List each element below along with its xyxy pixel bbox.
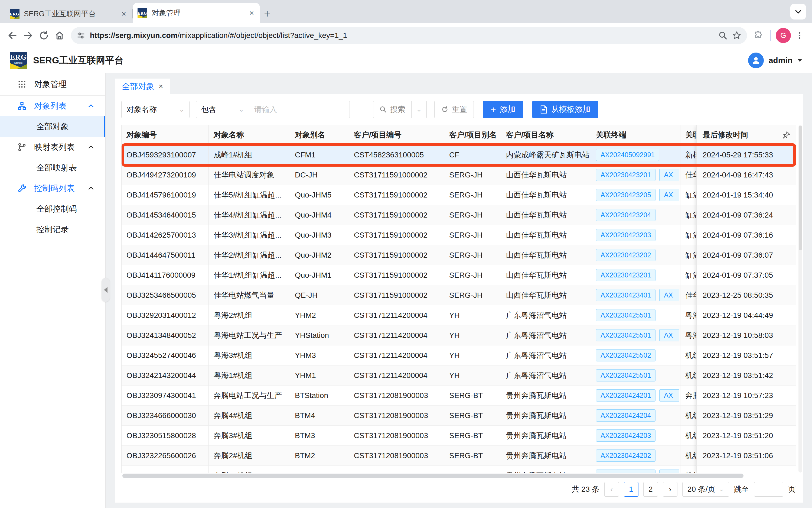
table-row[interactable]: OBJ4145796100019佳华5#机组缸温超...Quo-JHM5CST3… — [122, 185, 796, 205]
new-tab-button[interactable]: + — [260, 6, 275, 21]
pushpin-icon[interactable] — [782, 131, 791, 139]
tab-close-icon[interactable]: × — [159, 82, 163, 91]
table-row[interactable]: OBJ3235565000024奔腾1#机组BTM1CST31712081900… — [122, 466, 796, 473]
table-row[interactable]: OBJ4144647500011佳华2#机组缸温超...Quo-JHM2CST3… — [122, 245, 796, 265]
terminal-tag-truncated[interactable]: AX — [659, 389, 679, 401]
reload-button[interactable] — [37, 29, 51, 43]
terminal-tag[interactable]: AX20230424201 — [596, 389, 656, 401]
tab-close-icon[interactable]: × — [121, 10, 126, 18]
table-cell-last-modified: 2023-12-19 10:57:23 — [697, 386, 796, 406]
terminal-tag-truncated[interactable]: AX — [659, 169, 679, 181]
sidebar-collapse-handle[interactable] — [101, 278, 110, 302]
table-cell-last-modified: 2024-01-19 15:34:40 — [697, 185, 796, 205]
pagination-page-2[interactable]: 2 — [643, 482, 658, 497]
pagination-page-1[interactable]: 1 — [624, 482, 638, 497]
extensions-icon[interactable] — [751, 29, 765, 43]
vertical-scrollbar-thumb[interactable] — [799, 126, 802, 250]
terminal-tag[interactable]: AX20230425501 — [596, 369, 656, 381]
sidebar-module-object-management[interactable]: 对象管理 — [0, 73, 105, 95]
terminal-tag[interactable]: AX20230424204 — [596, 409, 656, 422]
terminal-tag[interactable]: AX20230423201 — [596, 169, 656, 181]
add-button[interactable]: + 添加 — [483, 101, 523, 118]
search-button[interactable]: 搜索 — [373, 101, 412, 118]
terminal-tag[interactable]: AX20230423204 — [596, 209, 656, 221]
terminal-tag[interactable]: AX20230423202 — [596, 249, 656, 261]
table-row[interactable]: OBJ3292031400012粤海2#机组YHM2CST31712114200… — [122, 305, 796, 325]
tab-close-icon[interactable]: × — [249, 9, 254, 17]
url-text[interactable]: https://serg.mixyun.com/mixapplication/#… — [90, 31, 714, 40]
add-from-template-button[interactable]: 从模板添加 — [532, 101, 598, 118]
terminal-tag[interactable]: AX20230424301 — [596, 469, 656, 473]
sidebar-item-all-objects[interactable]: 全部对象 — [0, 116, 105, 137]
browser-profile-avatar[interactable]: G — [776, 28, 791, 43]
table-row[interactable]: OBJ3242143200044粤海1#机组YHM1CST31712114200… — [122, 366, 796, 386]
browser-tab-title: 对象管理 — [152, 8, 245, 18]
reset-button[interactable]: 重置 — [434, 101, 474, 118]
back-button[interactable] — [5, 29, 19, 43]
table-row[interactable]: OBJ3245527400046粤海3#机组YHM3CST31712114200… — [122, 345, 796, 366]
terminal-tag-truncated[interactable]: AX — [659, 329, 679, 341]
table-cell: 山西佳华瓦斯电站 — [501, 205, 591, 225]
menu-kebab-icon[interactable] — [793, 29, 807, 43]
home-button[interactable] — [52, 29, 66, 43]
horizontal-scrollbar-thumb[interactable] — [123, 474, 744, 478]
sidebar-group-mapping-list[interactable]: 映射表列表 — [0, 137, 105, 158]
vertical-scrollbar[interactable] — [799, 125, 802, 472]
search-icon — [379, 105, 387, 113]
forward-button[interactable] — [21, 29, 35, 43]
table-row[interactable]: OBJ3230974300041奔腾电站工况与生产BTStationCST317… — [122, 386, 796, 406]
table-row[interactable]: OBJ3230515800028奔腾3#机组BTM3CST31712081900… — [122, 426, 796, 446]
address-bar[interactable]: https://serg.mixyun.com/mixapplication/#… — [71, 27, 747, 44]
table-row[interactable]: OBJ4145346400015佳华4#机组缸温超...Quo-JHM4CST3… — [122, 205, 796, 225]
terminal-tag[interactable]: AX20230425502 — [596, 349, 656, 362]
pagination-next-button[interactable]: › — [663, 482, 677, 497]
sidebar-item-all-control-codes[interactable]: 全部控制码 — [0, 199, 105, 219]
table-row[interactable]: OBJ3234666000030奔腾4#机组BTM4CST31712081900… — [122, 406, 796, 426]
terminal-tag[interactable]: AX20230424202 — [596, 450, 656, 462]
terminal-tag-truncated[interactable]: AX — [659, 469, 679, 473]
table-row[interactable]: OBJ3241348400052粤海电站工况与生产YHStationCST317… — [122, 325, 796, 345]
sidebar-item-control-records[interactable]: 控制记录 — [0, 219, 105, 240]
terminal-tag[interactable]: AX20230423203 — [596, 229, 656, 241]
table-row[interactable]: OBJ4141176000009佳华1#机组缸温超...Quo-JHM1CST3… — [122, 265, 796, 285]
pagination-prev-button[interactable]: ‹ — [604, 482, 619, 497]
jump-page-input[interactable] — [754, 482, 783, 497]
terminal-tag-truncated[interactable]: AX — [659, 189, 679, 201]
page-title: SERG工业互联网平台 — [33, 54, 124, 67]
table-cell: 奔腾2#机组 — [209, 446, 290, 466]
field-select[interactable]: 对象名称⌄ — [121, 101, 190, 118]
operator-select[interactable]: 包含⌄ — [196, 101, 249, 118]
sidebar-item-all-mappings[interactable]: 全部映射表 — [0, 158, 105, 178]
app-header: ERG Sample SERG工业互联网平台 admin — [0, 48, 812, 73]
user-avatar[interactable] — [748, 52, 764, 68]
user-menu-caret-icon[interactable] — [797, 59, 802, 62]
site-settings-icon[interactable] — [76, 31, 86, 40]
table-row[interactable]: OBJ3232265600026奔腾2#机组BTM2CST31712081900… — [122, 446, 796, 466]
terminal-tag[interactable]: AX20230423205 — [596, 189, 656, 201]
terminal-tag[interactable]: AX20230424203 — [596, 429, 656, 441]
table-row[interactable]: OBJ4494273200109佳华电站调度对象DC-JHCST31711591… — [122, 165, 796, 185]
terminal-tag[interactable]: AX20230425501 — [596, 309, 656, 321]
table-row[interactable]: OBJ4593293100007成峰1#机组CFM1CST45823631000… — [122, 145, 796, 165]
table-row[interactable]: OBJ3253466500005佳华电站燃气当量QE-JHCST31711591… — [122, 285, 796, 305]
keyword-input[interactable]: 请输入 — [249, 101, 350, 118]
terminal-tag[interactable]: AX20230423201 — [596, 269, 656, 281]
search-more-button[interactable]: ⌄ — [412, 101, 427, 118]
terminal-tag[interactable]: AX202405092991 — [596, 149, 659, 161]
username[interactable]: admin — [769, 56, 793, 65]
sidebar-group-object-list[interactable]: 对象列表 — [0, 96, 105, 116]
terminal-tag[interactable]: AX20230423401 — [596, 289, 656, 301]
bookmark-star-icon[interactable] — [732, 31, 742, 40]
table-cell-terminals: AX20230424301AX — [591, 466, 680, 473]
tab-all-objects[interactable]: 全部对象 × — [115, 79, 170, 94]
table-row[interactable]: OBJ4142625700013佳华3#机组缸温超...Quo-JHM3CST3… — [122, 225, 796, 245]
page-size-select[interactable]: 20 条/页 ⌄ — [682, 482, 729, 497]
browser-tab-2[interactable]: ERG 对象管理 × — [133, 3, 260, 23]
sidebar-group-control-code-list[interactable]: 控制码列表 — [0, 178, 105, 199]
horizontal-scrollbar[interactable] — [121, 474, 796, 478]
browser-tab-1[interactable]: ERG SERG工业互联网平台 × — [5, 4, 132, 23]
tab-search-chevron-button[interactable] — [790, 4, 806, 19]
terminal-tag[interactable]: AX20230425501 — [596, 329, 656, 341]
zoom-icon[interactable] — [718, 31, 727, 40]
terminal-tag-truncated[interactable]: AX — [659, 289, 679, 301]
